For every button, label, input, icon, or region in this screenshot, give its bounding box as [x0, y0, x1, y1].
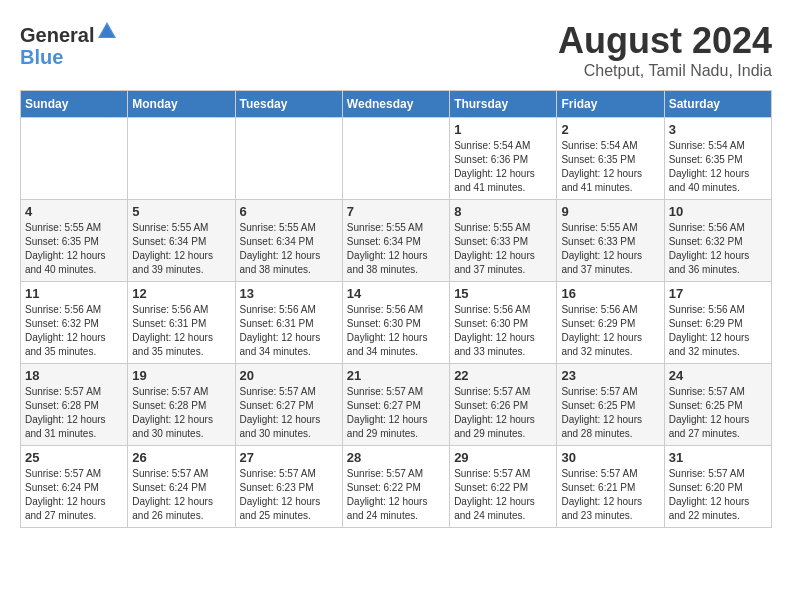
calendar-cell: 12Sunrise: 5:56 AM Sunset: 6:31 PM Dayli… [128, 282, 235, 364]
day-number: 9 [561, 204, 659, 219]
day-info: Sunrise: 5:56 AM Sunset: 6:31 PM Dayligh… [132, 303, 230, 359]
day-info: Sunrise: 5:57 AM Sunset: 6:24 PM Dayligh… [25, 467, 123, 523]
calendar-week-4: 18Sunrise: 5:57 AM Sunset: 6:28 PM Dayli… [21, 364, 772, 446]
calendar-cell: 16Sunrise: 5:56 AM Sunset: 6:29 PM Dayli… [557, 282, 664, 364]
day-number: 6 [240, 204, 338, 219]
day-info: Sunrise: 5:57 AM Sunset: 6:27 PM Dayligh… [240, 385, 338, 441]
calendar-header-row: SundayMondayTuesdayWednesdayThursdayFrid… [21, 91, 772, 118]
calendar-cell: 4Sunrise: 5:55 AM Sunset: 6:35 PM Daylig… [21, 200, 128, 282]
day-info: Sunrise: 5:56 AM Sunset: 6:30 PM Dayligh… [454, 303, 552, 359]
day-number: 20 [240, 368, 338, 383]
calendar-cell: 25Sunrise: 5:57 AM Sunset: 6:24 PM Dayli… [21, 446, 128, 528]
day-number: 29 [454, 450, 552, 465]
calendar-cell: 14Sunrise: 5:56 AM Sunset: 6:30 PM Dayli… [342, 282, 449, 364]
day-number: 5 [132, 204, 230, 219]
day-number: 8 [454, 204, 552, 219]
day-info: Sunrise: 5:57 AM Sunset: 6:25 PM Dayligh… [669, 385, 767, 441]
day-number: 22 [454, 368, 552, 383]
day-number: 18 [25, 368, 123, 383]
day-info: Sunrise: 5:55 AM Sunset: 6:33 PM Dayligh… [454, 221, 552, 277]
calendar-cell: 3Sunrise: 5:54 AM Sunset: 6:35 PM Daylig… [664, 118, 771, 200]
day-info: Sunrise: 5:56 AM Sunset: 6:32 PM Dayligh… [669, 221, 767, 277]
calendar-cell: 19Sunrise: 5:57 AM Sunset: 6:28 PM Dayli… [128, 364, 235, 446]
calendar-cell: 22Sunrise: 5:57 AM Sunset: 6:26 PM Dayli… [450, 364, 557, 446]
day-number: 3 [669, 122, 767, 137]
col-header-tuesday: Tuesday [235, 91, 342, 118]
calendar-cell: 28Sunrise: 5:57 AM Sunset: 6:22 PM Dayli… [342, 446, 449, 528]
calendar-cell: 15Sunrise: 5:56 AM Sunset: 6:30 PM Dayli… [450, 282, 557, 364]
col-header-sunday: Sunday [21, 91, 128, 118]
day-info: Sunrise: 5:57 AM Sunset: 6:26 PM Dayligh… [454, 385, 552, 441]
day-info: Sunrise: 5:56 AM Sunset: 6:32 PM Dayligh… [25, 303, 123, 359]
day-number: 26 [132, 450, 230, 465]
day-info: Sunrise: 5:57 AM Sunset: 6:25 PM Dayligh… [561, 385, 659, 441]
day-info: Sunrise: 5:57 AM Sunset: 6:20 PM Dayligh… [669, 467, 767, 523]
day-info: Sunrise: 5:55 AM Sunset: 6:34 PM Dayligh… [347, 221, 445, 277]
day-info: Sunrise: 5:57 AM Sunset: 6:22 PM Dayligh… [347, 467, 445, 523]
calendar-cell: 9Sunrise: 5:55 AM Sunset: 6:33 PM Daylig… [557, 200, 664, 282]
day-info: Sunrise: 5:57 AM Sunset: 6:21 PM Dayligh… [561, 467, 659, 523]
col-header-thursday: Thursday [450, 91, 557, 118]
calendar-cell: 27Sunrise: 5:57 AM Sunset: 6:23 PM Dayli… [235, 446, 342, 528]
day-number: 27 [240, 450, 338, 465]
day-number: 7 [347, 204, 445, 219]
calendar-cell: 6Sunrise: 5:55 AM Sunset: 6:34 PM Daylig… [235, 200, 342, 282]
day-info: Sunrise: 5:55 AM Sunset: 6:33 PM Dayligh… [561, 221, 659, 277]
day-info: Sunrise: 5:57 AM Sunset: 6:23 PM Dayligh… [240, 467, 338, 523]
day-number: 28 [347, 450, 445, 465]
day-number: 16 [561, 286, 659, 301]
day-number: 25 [25, 450, 123, 465]
day-info: Sunrise: 5:57 AM Sunset: 6:28 PM Dayligh… [25, 385, 123, 441]
calendar-cell [235, 118, 342, 200]
calendar-week-5: 25Sunrise: 5:57 AM Sunset: 6:24 PM Dayli… [21, 446, 772, 528]
calendar-table: SundayMondayTuesdayWednesdayThursdayFrid… [20, 90, 772, 528]
calendar-cell: 1Sunrise: 5:54 AM Sunset: 6:36 PM Daylig… [450, 118, 557, 200]
day-info: Sunrise: 5:54 AM Sunset: 6:35 PM Dayligh… [669, 139, 767, 195]
day-number: 4 [25, 204, 123, 219]
day-number: 11 [25, 286, 123, 301]
calendar-cell: 2Sunrise: 5:54 AM Sunset: 6:35 PM Daylig… [557, 118, 664, 200]
day-number: 19 [132, 368, 230, 383]
calendar-cell: 29Sunrise: 5:57 AM Sunset: 6:22 PM Dayli… [450, 446, 557, 528]
day-number: 21 [347, 368, 445, 383]
calendar-cell: 7Sunrise: 5:55 AM Sunset: 6:34 PM Daylig… [342, 200, 449, 282]
calendar-cell [128, 118, 235, 200]
calendar-cell: 8Sunrise: 5:55 AM Sunset: 6:33 PM Daylig… [450, 200, 557, 282]
calendar-week-2: 4Sunrise: 5:55 AM Sunset: 6:35 PM Daylig… [21, 200, 772, 282]
logo-blue: Blue [20, 46, 118, 68]
logo: General Blue [20, 20, 118, 68]
day-number: 1 [454, 122, 552, 137]
calendar-cell: 11Sunrise: 5:56 AM Sunset: 6:32 PM Dayli… [21, 282, 128, 364]
calendar-cell: 21Sunrise: 5:57 AM Sunset: 6:27 PM Dayli… [342, 364, 449, 446]
day-info: Sunrise: 5:54 AM Sunset: 6:35 PM Dayligh… [561, 139, 659, 195]
day-number: 13 [240, 286, 338, 301]
page-header: General Blue August 2024 Chetput, Tamil … [20, 20, 772, 80]
calendar-cell: 26Sunrise: 5:57 AM Sunset: 6:24 PM Dayli… [128, 446, 235, 528]
day-number: 14 [347, 286, 445, 301]
day-info: Sunrise: 5:56 AM Sunset: 6:30 PM Dayligh… [347, 303, 445, 359]
day-info: Sunrise: 5:56 AM Sunset: 6:29 PM Dayligh… [561, 303, 659, 359]
calendar-cell: 31Sunrise: 5:57 AM Sunset: 6:20 PM Dayli… [664, 446, 771, 528]
calendar-cell: 13Sunrise: 5:56 AM Sunset: 6:31 PM Dayli… [235, 282, 342, 364]
day-info: Sunrise: 5:56 AM Sunset: 6:31 PM Dayligh… [240, 303, 338, 359]
day-number: 2 [561, 122, 659, 137]
day-info: Sunrise: 5:57 AM Sunset: 6:22 PM Dayligh… [454, 467, 552, 523]
day-number: 17 [669, 286, 767, 301]
page-title: August 2024 [558, 20, 772, 62]
calendar-cell [21, 118, 128, 200]
day-info: Sunrise: 5:55 AM Sunset: 6:34 PM Dayligh… [132, 221, 230, 277]
col-header-monday: Monday [128, 91, 235, 118]
calendar-week-3: 11Sunrise: 5:56 AM Sunset: 6:32 PM Dayli… [21, 282, 772, 364]
col-header-saturday: Saturday [664, 91, 771, 118]
day-number: 24 [669, 368, 767, 383]
calendar-cell: 10Sunrise: 5:56 AM Sunset: 6:32 PM Dayli… [664, 200, 771, 282]
day-number: 23 [561, 368, 659, 383]
day-info: Sunrise: 5:57 AM Sunset: 6:28 PM Dayligh… [132, 385, 230, 441]
day-number: 30 [561, 450, 659, 465]
day-info: Sunrise: 5:55 AM Sunset: 6:34 PM Dayligh… [240, 221, 338, 277]
logo-general: General [20, 24, 94, 46]
day-number: 31 [669, 450, 767, 465]
calendar-cell: 5Sunrise: 5:55 AM Sunset: 6:34 PM Daylig… [128, 200, 235, 282]
day-number: 10 [669, 204, 767, 219]
calendar-cell [342, 118, 449, 200]
